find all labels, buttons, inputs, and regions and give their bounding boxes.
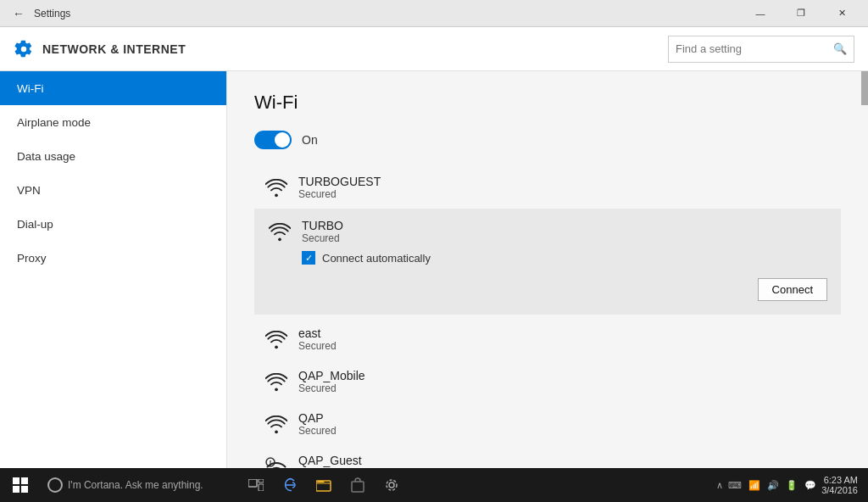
toggle-knob <box>275 132 290 148</box>
network-info-turbo: TURBO Secured ✓ Connect automatically <box>302 219 827 268</box>
sidebar-item-data[interactable]: Data usage <box>0 139 226 173</box>
svg-rect-8 <box>259 484 264 491</box>
svg-point-11 <box>389 482 394 488</box>
network-info-qap: QAP Secured <box>298 411 831 437</box>
svg-rect-4 <box>13 486 19 493</box>
cortana-icon <box>47 477 63 493</box>
page-title: Wi-Fi <box>254 92 841 114</box>
battery-icon: 🔋 <box>786 480 798 491</box>
connect-auto-row: ✓ Connect automatically <box>302 251 827 265</box>
task-view-button[interactable] <box>241 468 271 502</box>
connect-btn-row: Connect <box>268 278 827 301</box>
taskbar-up-arrow[interactable]: ∧ <box>716 480 723 491</box>
search-input[interactable] <box>676 42 833 55</box>
network-selected-box[interactable]: TURBO Secured ✓ Connect automatically Co… <box>254 209 841 315</box>
store-button[interactable] <box>342 468 373 502</box>
app-header: NETWORK & INTERNET 🔍 <box>0 27 868 71</box>
network-info-east: east Secured <box>298 326 831 352</box>
wifi-toggle[interactable] <box>254 131 292 149</box>
network-info-qap-guest: QAP_Guest Open <box>298 454 831 468</box>
taskbar-clock[interactable]: 6:23 AM 3/4/2016 <box>821 475 858 495</box>
svg-rect-6 <box>248 479 257 487</box>
explorer-button[interactable] <box>309 468 339 502</box>
window-controls: — ❐ ✕ <box>741 0 861 27</box>
connect-auto-checkbox[interactable]: ✓ <box>302 251 315 265</box>
sidebar-item-wifi[interactable]: Wi-Fi <box>0 71 226 105</box>
volume-icon: 🔊 <box>767 480 779 491</box>
svg-rect-7 <box>259 479 264 482</box>
wifi-icon-turbo <box>268 220 292 244</box>
network-item-qap-guest[interactable]: ! QAP_Guest Open <box>254 445 841 468</box>
connect-button[interactable]: Connect <box>758 278 827 301</box>
title-bar: ← Settings — ❐ ✕ <box>0 0 868 27</box>
sidebar-item-airplane[interactable]: Airplane mode <box>0 105 226 139</box>
taskbar: I'm Cortana. Ask me anything. <box>0 468 868 502</box>
taskbar-search[interactable]: I'm Cortana. Ask me anything. <box>37 471 241 499</box>
svg-rect-3 <box>21 477 28 484</box>
close-button[interactable]: ✕ <box>822 0 861 27</box>
start-button[interactable] <box>3 468 37 502</box>
keyboard-icon: ⌨ <box>728 480 742 491</box>
wifi-icon-qap-mobile <box>264 371 288 394</box>
wifi-toggle-row: On <box>254 131 841 149</box>
network-item-qap-mobile[interactable]: QAP_Mobile Secured <box>254 360 841 403</box>
network-item-qap[interactable]: QAP Secured <box>254 403 841 445</box>
network-item-east[interactable]: east Secured <box>254 318 841 360</box>
connect-auto-label: Connect automatically <box>322 252 431 265</box>
svg-point-12 <box>387 480 397 490</box>
toggle-label: On <box>302 133 318 147</box>
settings-taskbar-button[interactable] <box>376 468 407 502</box>
network-item-turboguest[interactable]: TURBOGUEST Secured <box>254 166 841 209</box>
svg-rect-2 <box>13 477 19 484</box>
wifi-icon-east <box>264 328 288 352</box>
search-box[interactable]: 🔍 <box>668 36 854 63</box>
sidebar-item-vpn[interactable]: VPN <box>0 173 226 207</box>
wifi-icon-turboguest <box>264 176 288 200</box>
network-info-turboguest: TURBOGUEST Secured <box>298 175 831 200</box>
sidebar-item-proxy[interactable]: Proxy <box>0 241 226 275</box>
sidebar: Wi-Fi Airplane mode Data usage VPN Dial-… <box>0 71 227 468</box>
content-area: Wi-Fi On TURBOGUEST Secured <box>227 71 868 468</box>
network-info-qap-mobile: QAP_Mobile Secured <box>298 369 831 394</box>
search-icon: 🔍 <box>833 42 847 55</box>
scrollbar-thumb[interactable] <box>861 71 868 105</box>
app-header-title: NETWORK & INTERNET <box>42 42 668 56</box>
cortana-text: I'm Cortana. Ask me anything. <box>68 479 203 491</box>
settings-icon <box>14 39 34 59</box>
back-button[interactable]: ← <box>7 2 31 25</box>
main-layout: Wi-Fi Airplane mode Data usage VPN Dial-… <box>0 71 868 468</box>
comment-icon: 💬 <box>804 480 816 491</box>
edge-button[interactable] <box>275 468 305 502</box>
minimize-button[interactable]: — <box>741 0 780 27</box>
sidebar-item-dialup[interactable]: Dial-up <box>0 207 226 241</box>
restore-button[interactable]: ❐ <box>782 0 821 27</box>
svg-rect-10 <box>352 482 364 492</box>
svg-rect-5 <box>21 486 28 493</box>
taskbar-icons <box>241 468 709 502</box>
wifi-taskbar-icon: 📶 <box>748 480 760 491</box>
taskbar-right: ∧ ⌨ 📶 🔊 🔋 💬 6:23 AM 3/4/2016 <box>709 475 865 495</box>
wifi-icon-qap <box>264 413 288 437</box>
wifi-icon-qap-guest: ! <box>264 455 288 468</box>
window-title: Settings <box>31 8 741 20</box>
